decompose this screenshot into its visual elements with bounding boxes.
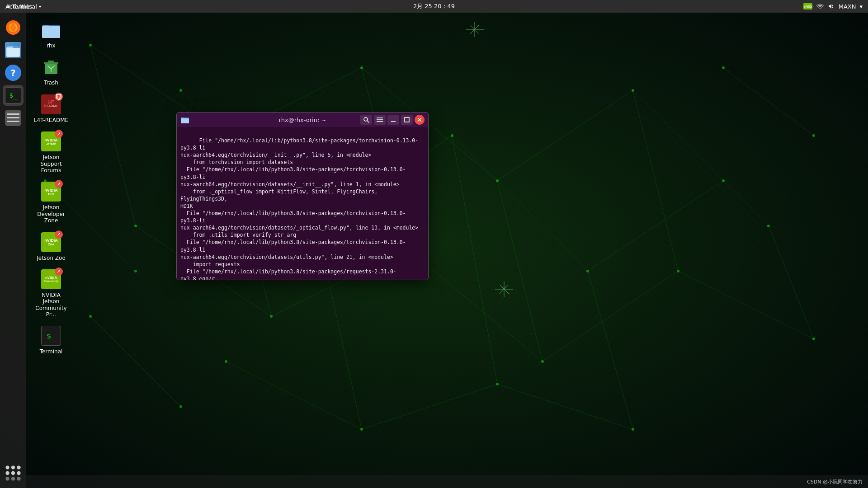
sidebar-item-terminal[interactable]: $_ bbox=[3, 85, 24, 106]
topbar-right: nVIDIA MAXN ▾ bbox=[803, 3, 863, 10]
nvidia-icon: nVIDIA bbox=[803, 3, 812, 9]
svg-point-52 bbox=[179, 405, 182, 408]
sidebar-item-firefox[interactable] bbox=[3, 17, 24, 38]
desktop-icon-jetson-support[interactable]: nVIDIA Jetson ↗ Jetson Support Forums bbox=[31, 129, 71, 175]
terminal-minimize-button[interactable] bbox=[387, 115, 399, 125]
svg-line-94 bbox=[367, 121, 369, 122]
svg-point-35 bbox=[767, 225, 770, 227]
desktop-icons-area: rhx Trash L4T README bbox=[31, 17, 71, 357]
desktop-icon-rhx-label: rhx bbox=[47, 42, 55, 49]
svg-point-32 bbox=[360, 66, 363, 69]
svg-rect-92 bbox=[181, 118, 189, 123]
terminal-line-8: File "/home/rhx/.local/lib/python3.8/sit… bbox=[180, 210, 406, 224]
svg-point-76 bbox=[11, 465, 15, 469]
terminal-line-7: HD1K bbox=[180, 203, 193, 209]
username[interactable]: MAXN bbox=[839, 3, 856, 10]
svg-point-53 bbox=[722, 66, 725, 69]
terminal-titlebar[interactable]: rhx@rhx-orin: ~ bbox=[177, 113, 428, 127]
terminal-line-10: from .utils import verify_str_arg bbox=[180, 232, 296, 238]
svg-point-34 bbox=[632, 89, 634, 92]
terminal-close-button[interactable] bbox=[415, 115, 425, 125]
svg-rect-88 bbox=[48, 61, 54, 63]
terminal-line-1: File "/home/rhx/.local/lib/python3.8/sit… bbox=[180, 137, 418, 151]
terminal-line-14: File "/home/rhx/.local/lib/python3.8/sit… bbox=[180, 268, 396, 280]
svg-point-75 bbox=[5, 465, 9, 469]
svg-point-39 bbox=[541, 360, 544, 363]
svg-point-77 bbox=[17, 465, 20, 469]
svg-point-47 bbox=[225, 360, 227, 363]
terminal-title-left bbox=[180, 115, 189, 124]
terminal-line-11: File "/home/rhx/.local/lib/python3.8/sit… bbox=[180, 239, 406, 253]
desktop-icon-nvidia-community[interactable]: nVIDIA Community ↗ NVIDIA Jetson Communi… bbox=[31, 267, 71, 320]
terminal-line-9: nux-aarch64.egg/torchvision/datasets/_op… bbox=[180, 225, 418, 231]
wifi-icon bbox=[816, 3, 824, 9]
terminal-search-button[interactable] bbox=[360, 115, 372, 125]
volume-icon bbox=[828, 3, 835, 9]
sidebar-item-settings[interactable] bbox=[3, 108, 24, 128]
svg-point-79 bbox=[11, 471, 15, 475]
svg-point-37 bbox=[270, 315, 273, 318]
svg-text:nVIDIA: nVIDIA bbox=[804, 5, 812, 8]
svg-point-54 bbox=[812, 134, 815, 137]
svg-rect-73 bbox=[7, 117, 19, 118]
desktop-icon-jetson-dev-label: Jetson Developer Zone bbox=[33, 204, 70, 224]
terminal-folder-icon bbox=[180, 115, 189, 124]
terminal-title: rhx@rhx-orin: ~ bbox=[279, 117, 326, 123]
activities-button[interactable]: Activities bbox=[0, 0, 38, 13]
desktop-icon-nvidia-community-label: NVIDIA Jetson Community Pr... bbox=[33, 292, 70, 318]
sidebar-item-files[interactable] bbox=[3, 40, 24, 61]
terminal-window: rhx@rhx-orin: ~ bbox=[176, 112, 429, 280]
minimize-icon bbox=[391, 117, 396, 122]
terminal-line-4: File "/home/rhx/.local/lib/python3.8/sit… bbox=[180, 166, 406, 180]
watermark-text: CSDN @小阮同学在努力 bbox=[807, 479, 863, 485]
svg-rect-0 bbox=[0, 0, 868, 488]
svg-point-48 bbox=[360, 428, 363, 431]
terminal-window-controls bbox=[360, 115, 425, 125]
bottom-bar: CSDN @小阮同学在努力 bbox=[0, 475, 868, 488]
terminal-line-12: nux-aarch64.egg/torchvision/datasets/uti… bbox=[180, 254, 393, 260]
terminal-menu-button[interactable] bbox=[374, 115, 386, 125]
svg-point-44 bbox=[451, 134, 453, 137]
desktop-icon-trash[interactable]: Trash bbox=[31, 54, 71, 88]
desktop-icon-l4t[interactable]: L4T README L4T-README bbox=[31, 92, 71, 125]
topbar-left: Activities 🖥 Terminal ▾ bbox=[5, 3, 41, 10]
power-chevron[interactable]: ▾ bbox=[859, 3, 863, 10]
terminal-line-2: nux-aarch64.egg/torchvision/__init__.py"… bbox=[180, 152, 371, 158]
svg-rect-70 bbox=[6, 48, 19, 57]
terminal-output[interactable]: File "/home/rhx/.local/lib/python3.8/sit… bbox=[177, 127, 428, 280]
terminal-line-13: import requests bbox=[180, 261, 240, 267]
topbar-datetime: 2月 25 20：49 bbox=[413, 2, 455, 10]
svg-point-78 bbox=[5, 471, 9, 475]
svg-point-33 bbox=[496, 179, 499, 182]
search-icon bbox=[363, 117, 369, 123]
sidebar-dock: ? $_ bbox=[0, 13, 26, 488]
topbar: Activities 🖥 Terminal ▾ 2月 25 20：49 nVID… bbox=[0, 0, 868, 13]
terminal-line-5: nux-aarch64.egg/torchvision/datasets/__i… bbox=[180, 181, 400, 188]
svg-point-45 bbox=[586, 270, 589, 272]
desktop-icon-rhx[interactable]: rhx bbox=[31, 17, 71, 51]
svg-point-56 bbox=[134, 270, 137, 272]
svg-point-46 bbox=[722, 179, 725, 182]
desktop-icon-terminal-label: Terminal bbox=[40, 348, 63, 355]
svg-rect-85 bbox=[42, 26, 60, 38]
svg-point-49 bbox=[496, 383, 499, 385]
terminal-line-6: from ._optical_flow import KittiFlow, Si… bbox=[180, 188, 381, 202]
svg-rect-72 bbox=[7, 113, 19, 115]
svg-point-80 bbox=[17, 471, 20, 475]
svg-point-40 bbox=[677, 270, 679, 272]
sidebar-item-help[interactable]: ? bbox=[3, 62, 24, 83]
desktop-icon-terminal[interactable]: $_ Terminal bbox=[31, 323, 71, 357]
terminal-maximize-button[interactable] bbox=[401, 115, 413, 125]
svg-rect-99 bbox=[405, 117, 409, 122]
hamburger-icon bbox=[377, 117, 383, 122]
desktop-icon-jetson-zoo[interactable]: nVIDIA Zoo ↗ Jetson Zoo bbox=[31, 230, 71, 263]
svg-point-36 bbox=[134, 225, 137, 227]
svg-point-50 bbox=[632, 428, 634, 431]
svg-point-30 bbox=[89, 44, 92, 47]
close-icon bbox=[417, 117, 422, 122]
desktop-icon-jetson-support-label: Jetson Support Forums bbox=[33, 154, 70, 174]
desktop-icon-jetson-dev[interactable]: nVIDIA Dev ↗ Jetson Developer Zone bbox=[31, 179, 71, 225]
svg-point-42 bbox=[179, 89, 182, 92]
svg-point-51 bbox=[89, 315, 92, 318]
desktop-icon-l4t-label: L4T-README bbox=[34, 117, 68, 123]
